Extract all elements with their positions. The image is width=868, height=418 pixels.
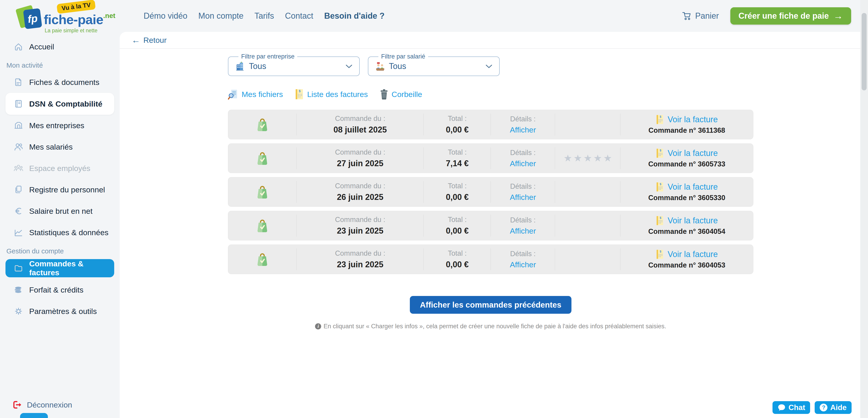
sidebar-item-fiches-documents[interactable]: Fiches & documents xyxy=(0,71,120,93)
corbeille-link[interactable]: Corbeille xyxy=(380,89,422,100)
sidebar-item-espace-employes[interactable]: Espace employés xyxy=(0,158,120,179)
sidebar-item-commandes-factures[interactable]: Commandes & factures xyxy=(5,259,114,277)
sidebar-item-mes-salaries[interactable]: Mes salariés xyxy=(0,136,120,158)
order-number: Commande n° 3605330 xyxy=(648,194,725,202)
order-total-cell: Total : 7,14 € xyxy=(424,144,491,173)
filter-salarie-select[interactable]: Filtre par salarié Tous xyxy=(368,57,500,76)
nav-tarifs[interactable]: Tarifs xyxy=(254,11,274,21)
order-details-cell: Détails : Afficher xyxy=(491,177,555,207)
users-icon xyxy=(14,142,23,152)
receipt-icon: $ xyxy=(295,89,304,100)
sidebar-section-mon-activite: Mon activité xyxy=(0,57,120,71)
sidebar-item-parametres-outils[interactable]: Paramètres & outils xyxy=(0,301,120,322)
chat-button[interactable]: Chat xyxy=(773,401,810,414)
order-number: Commande n° 3604054 xyxy=(648,228,725,236)
gear-icon xyxy=(14,307,23,316)
order-row: Commande du : 26 juin 2025 Total : 0,00 … xyxy=(228,177,753,207)
nav-mon-compte[interactable]: Mon compte xyxy=(198,11,243,21)
back-bar: ← Retour xyxy=(120,32,860,49)
partial-bottom-button[interactable] xyxy=(20,413,48,418)
sidebar-item-salaire-brut-net[interactable]: Salaire brut en net xyxy=(0,200,120,222)
order-details-cell: Détails : Afficher xyxy=(491,110,555,139)
order-details-cell: Détails : Afficher xyxy=(491,245,555,274)
afficher-link[interactable]: Afficher xyxy=(510,227,536,235)
star-icon: ★ xyxy=(584,153,592,163)
cart-button[interactable]: Panier xyxy=(682,11,719,21)
afficher-link[interactable]: Afficher xyxy=(510,159,536,168)
brand-tld: .net xyxy=(103,12,115,20)
voir-facture-link[interactable]: $ Voir la facture xyxy=(656,148,718,158)
svg-text:$: $ xyxy=(660,183,661,186)
sidebar-item-mes-entreprises[interactable]: Mes entreprises xyxy=(0,115,120,136)
chevron-down-icon xyxy=(346,64,352,68)
liste-factures-link[interactable]: $ Liste des factures xyxy=(295,89,368,100)
order-date-cell: Commande du : 26 juin 2025 xyxy=(297,177,424,207)
order-invoice-cell: $ Voir la facture Commande n° 3605330 xyxy=(620,177,753,207)
order-bag-cell xyxy=(228,110,297,139)
create-payslip-button[interactable]: Créer une fiche de paie → xyxy=(730,7,851,25)
order-bag-cell xyxy=(228,245,297,274)
order-bag-cell xyxy=(228,144,297,173)
file-search-icon xyxy=(228,89,239,100)
rating-stars[interactable]: ★★★★★ xyxy=(563,153,612,163)
back-link[interactable]: ← Retour xyxy=(131,36,167,45)
create-payslip-label: Créer une fiche de paie xyxy=(739,11,829,21)
order-bag-cell xyxy=(228,177,297,207)
nav-besoin-aide[interactable]: Besoin d'aide ? xyxy=(324,11,384,21)
order-rating-cell xyxy=(555,245,620,274)
company-icon xyxy=(235,61,245,71)
building-icon xyxy=(14,121,23,130)
invoice-icon: $ xyxy=(656,249,664,259)
folder-icon xyxy=(14,264,23,273)
sidebar-item-statistiques-donnees[interactable]: Statistiques & données xyxy=(0,222,120,243)
help-button[interactable]: ? Aide xyxy=(815,401,851,414)
order-rating-cell xyxy=(555,211,620,240)
cart-icon xyxy=(682,11,692,21)
voir-facture-link[interactable]: $ Voir la facture xyxy=(656,216,718,225)
order-rating-cell xyxy=(555,177,620,207)
question-mark-icon: ? xyxy=(820,404,828,411)
afficher-link[interactable]: Afficher xyxy=(510,193,536,202)
arrow-left-icon: ← xyxy=(131,36,140,44)
load-previous-orders-button[interactable]: Afficher les commandes précédentes xyxy=(410,296,571,314)
scrollbar-thumb[interactable] xyxy=(862,13,867,91)
main-nav: Démo vidéo Mon compte Tarifs Contact Bes… xyxy=(144,11,384,21)
afficher-link[interactable]: Afficher xyxy=(510,260,536,269)
logout-button[interactable]: Déconnexion xyxy=(13,400,72,409)
mes-fichiers-link[interactable]: Mes fichiers xyxy=(228,89,283,100)
order-invoice-cell: $ Voir la facture Commande n° 3604053 xyxy=(620,245,753,274)
order-number: Commande n° 3611368 xyxy=(649,126,725,135)
scrollbar[interactable] xyxy=(860,0,868,418)
brand-text: fiche-paie.net La paie simple et nette xyxy=(44,12,115,34)
shopping-bag-icon xyxy=(256,151,269,166)
svg-text:$: $ xyxy=(660,250,661,253)
sidebar-item-registre-personnel[interactable]: Registre du personnel xyxy=(0,179,120,200)
voir-facture-link[interactable]: $ Voir la facture xyxy=(656,114,718,125)
euro-icon xyxy=(14,206,23,216)
filter-entreprise-select[interactable]: Filtre par entreprise Tous xyxy=(228,57,360,76)
sidebar-item-forfait-credits[interactable]: Forfait & crédits xyxy=(0,279,120,301)
users-group-icon xyxy=(14,164,23,173)
sidebar-item-accueil[interactable]: Accueil xyxy=(0,36,120,57)
app-logo[interactable]: fp Vu à la TV fiche-paie.net La paie sim… xyxy=(9,0,137,32)
star-icon: ★ xyxy=(563,153,572,163)
order-invoice-cell: $ Voir la facture Commande n° 3604054 xyxy=(620,211,753,240)
svg-text:$: $ xyxy=(660,149,661,152)
invoice-icon: $ xyxy=(656,182,664,192)
sidebar-item-dsn-comptabilite[interactable]: DSN & Comptabilité xyxy=(5,93,114,115)
nav-demo-video[interactable]: Démo vidéo xyxy=(144,11,187,21)
copy-pages-icon xyxy=(14,185,23,195)
order-row: Commande du : 27 juin 2025 Total : 7,14 … xyxy=(228,143,753,173)
orders-list: Commande du : 08 juillet 2025 Total : 0,… xyxy=(228,110,753,274)
order-number: Commande n° 3604053 xyxy=(648,261,725,269)
nav-contact[interactable]: Contact xyxy=(285,11,313,21)
trash-icon xyxy=(380,89,389,100)
logout-icon xyxy=(13,400,23,409)
voir-facture-link[interactable]: $ Voir la facture xyxy=(656,249,718,259)
svg-text:$: $ xyxy=(660,216,661,219)
order-total-cell: Total : 0,00 € xyxy=(424,110,491,139)
order-row: Commande du : 23 juin 2025 Total : 0,00 … xyxy=(228,245,753,274)
voir-facture-link[interactable]: $ Voir la facture xyxy=(656,182,718,192)
order-date-cell: Commande du : 27 juin 2025 xyxy=(297,144,424,173)
afficher-link[interactable]: Afficher xyxy=(510,126,536,134)
